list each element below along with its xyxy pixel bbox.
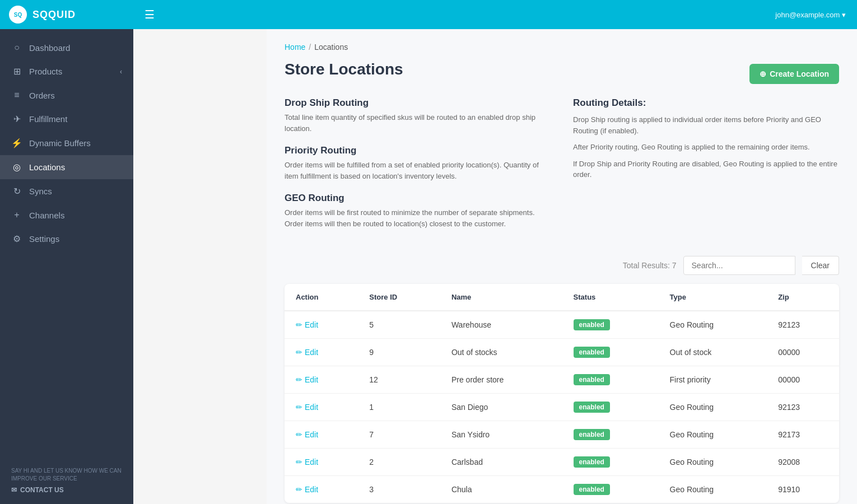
col-action: Action — [285, 284, 358, 311]
cell-store-id-1: 9 — [358, 339, 440, 366]
contact-us-link[interactable]: ✉ CONTACT US — [11, 485, 122, 495]
topbar: ☰ john@example.com ▾ — [133, 0, 857, 29]
edit-link-4[interactable]: ✏ Edit — [296, 430, 347, 439]
breadcrumb-current: Locations — [314, 43, 348, 52]
sidebar-label-syncs: Syncs — [29, 186, 52, 196]
hamburger-icon[interactable]: ☰ — [145, 8, 155, 21]
routing-details-p1: Drop Ship routing is applied to individu… — [573, 114, 839, 136]
pencil-icon: ✏ — [296, 458, 302, 466]
sidebar-item-syncs[interactable]: ↻ Syncs — [0, 179, 133, 203]
cell-store-id-2: 12 — [358, 366, 440, 394]
sidebar-item-channels[interactable]: + Channels — [0, 203, 133, 227]
pencil-icon: ✏ — [296, 485, 302, 494]
sidebar-item-dashboard[interactable]: ○ Dashboard — [0, 36, 133, 59]
say-hi-text: SAY HI AND LET US KNOW HOW WE CAN IMPROV… — [11, 467, 122, 483]
sidebar-item-locations[interactable]: ◎ Locations — [0, 155, 133, 179]
cell-zip-1: 00000 — [767, 339, 839, 366]
mail-icon: ✉ — [11, 485, 17, 495]
cell-name-4: San Ysidro — [440, 421, 562, 449]
pencil-icon: ✏ — [296, 375, 302, 384]
cell-name-1: Out of stocks — [440, 339, 562, 366]
search-input[interactable] — [683, 256, 795, 275]
sidebar-nav: ○ Dashboard ⊞ Products ‹ ≡ Orders ✈ Fulf… — [0, 29, 133, 458]
locations-icon: ◎ — [11, 162, 22, 172]
table-row: ✏ Edit 3 Chula enabled Geo Routing 91910 — [285, 476, 839, 503]
cell-status-6: enabled — [562, 476, 659, 503]
products-icon: ⊞ — [11, 66, 22, 77]
edit-link-5[interactable]: ✏ Edit — [296, 458, 347, 466]
cell-name-2: Pre order store — [440, 366, 562, 394]
col-store-id: Store ID — [358, 284, 440, 311]
edit-link-6[interactable]: ✏ Edit — [296, 485, 347, 494]
create-location-label: Create Location — [770, 69, 829, 78]
syncs-icon: ↻ — [11, 186, 22, 197]
cell-status-4: enabled — [562, 421, 659, 449]
edit-link-3[interactable]: ✏ Edit — [296, 403, 347, 412]
table-row: ✏ Edit 2 Carlsbad enabled Geo Routing 92… — [285, 449, 839, 476]
status-badge-3: enabled — [574, 402, 610, 413]
cell-zip-6: 91910 — [767, 476, 839, 503]
channels-icon: + — [11, 210, 22, 220]
user-menu[interactable]: john@example.com ▾ — [775, 11, 846, 19]
status-badge-2: enabled — [574, 374, 610, 385]
edit-link-0[interactable]: ✏ Edit — [296, 320, 347, 329]
user-email: john@example.com ▾ — [775, 11, 846, 19]
cell-status-3: enabled — [562, 394, 659, 421]
table-row: ✏ Edit 1 San Diego enabled Geo Routing 9… — [285, 394, 839, 421]
pencil-icon: ✏ — [296, 430, 302, 439]
cell-action-6: ✏ Edit — [285, 476, 358, 503]
cell-name-6: Chula — [440, 476, 562, 503]
sidebar-item-fulfillment[interactable]: ✈ Fulfillment — [0, 107, 133, 131]
cell-status-2: enabled — [562, 366, 659, 394]
cell-action-4: ✏ Edit — [285, 421, 358, 449]
routing-section: Drop Ship Routing Total line item quanti… — [285, 97, 839, 240]
table-header-row: Action Store ID Name Status Type Zip — [285, 284, 839, 311]
table-row: ✏ Edit 7 San Ysidro enabled Geo Routing … — [285, 421, 839, 449]
locations-table: Action Store ID Name Status Type Zip ✏ E… — [285, 284, 839, 503]
routing-details-title: Routing Details: — [573, 97, 839, 109]
page-header: Store Locations ⊕ Create Location — [285, 60, 839, 84]
main-content: Home / Locations Store Locations ⊕ Creat… — [267, 29, 857, 504]
breadcrumb-home[interactable]: Home — [285, 43, 305, 52]
geo-desc: Order items will be first routed to mini… — [285, 207, 551, 229]
geo-routing: GEO Routing Order items will be first ro… — [285, 193, 551, 229]
cell-action-0: ✏ Edit — [285, 311, 358, 339]
priority-desc: Order items will be fulfilled from a set… — [285, 160, 551, 181]
edit-link-2[interactable]: ✏ Edit — [296, 375, 347, 384]
status-badge-0: enabled — [574, 319, 610, 330]
sidebar-label-fulfillment: Fulfillment — [29, 114, 67, 124]
drop-ship-desc: Total line item quantity of specified sk… — [285, 112, 551, 134]
cell-status-1: enabled — [562, 339, 659, 366]
cell-zip-2: 00000 — [767, 366, 839, 394]
table-row: ✏ Edit 12 Pre order store enabled First … — [285, 366, 839, 394]
cell-store-id-6: 3 — [358, 476, 440, 503]
cell-type-2: First priority — [659, 366, 767, 394]
cell-name-0: Warehouse — [440, 311, 562, 339]
cell-action-3: ✏ Edit — [285, 394, 358, 421]
sidebar-item-products[interactable]: ⊞ Products ‹ — [0, 59, 133, 83]
create-location-button[interactable]: ⊕ Create Location — [749, 64, 839, 84]
app-name: SQQUID — [32, 9, 76, 21]
cell-type-0: Geo Routing — [659, 311, 767, 339]
status-badge-5: enabled — [574, 456, 610, 468]
pencil-icon: ✏ — [296, 403, 302, 412]
edit-link-1[interactable]: ✏ Edit — [296, 348, 347, 357]
priority-title: Priority Routing — [285, 145, 551, 156]
col-name: Name — [440, 284, 562, 311]
sidebar-item-dynamic-buffers[interactable]: ⚡ Dynamic Buffers — [0, 131, 133, 155]
contact-us-label: CONTACT US — [20, 485, 64, 495]
sidebar-item-orders[interactable]: ≡ Orders — [0, 83, 133, 107]
cell-action-5: ✏ Edit — [285, 449, 358, 476]
col-status: Status — [562, 284, 659, 311]
sidebar-item-settings[interactable]: ⚙ Settings — [0, 227, 133, 251]
col-zip: Zip — [767, 284, 839, 311]
cell-type-1: Out of stock — [659, 339, 767, 366]
clear-button[interactable]: Clear — [802, 256, 839, 275]
cell-action-2: ✏ Edit — [285, 366, 358, 394]
cell-store-id-4: 7 — [358, 421, 440, 449]
cell-name-5: Carlsbad — [440, 449, 562, 476]
routing-details-p3: If Drop Ship and Priority Routing are di… — [573, 158, 839, 180]
cell-type-6: Geo Routing — [659, 476, 767, 503]
priority-routing: Priority Routing Order items will be ful… — [285, 145, 551, 181]
cell-zip-5: 92008 — [767, 449, 839, 476]
